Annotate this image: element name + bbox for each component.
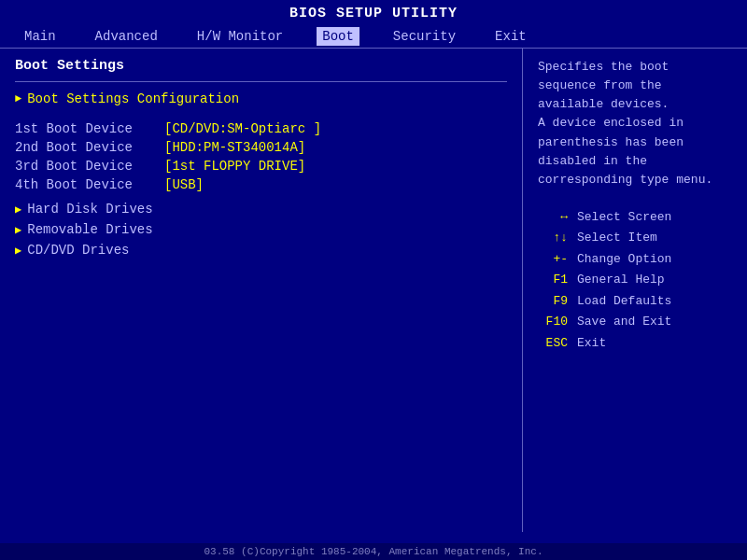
menu-item-advanced[interactable]: Advanced bbox=[90, 27, 163, 46]
boot-device-value: [CD/DVD:SM-Optiarc ] bbox=[164, 119, 507, 138]
key-description: Exit bbox=[577, 334, 606, 353]
key-help-row: +-Change Option bbox=[538, 250, 732, 269]
key-help-row: F9Load Defaults bbox=[538, 292, 732, 311]
arrow-icon: ▶ bbox=[15, 244, 21, 258]
menu-item-exit[interactable]: Exit bbox=[489, 27, 532, 46]
menu-item-h/w-monitor[interactable]: H/W Monitor bbox=[191, 27, 289, 46]
key-help-row: ESCExit bbox=[538, 334, 732, 353]
boot-device-label: 1st Boot Device bbox=[15, 119, 164, 138]
key-help-row: ↔Select Screen bbox=[538, 208, 732, 227]
main-content: Boot Settings ► Boot Settings Configurat… bbox=[0, 49, 747, 532]
key-description: Change Option bbox=[577, 250, 671, 269]
footer-text: 03.58 (C)Copyright 1985-2004, American M… bbox=[204, 546, 543, 557]
key-symbol: +- bbox=[538, 250, 577, 269]
key-symbol: ↑↓ bbox=[538, 229, 577, 247]
boot-device-table: 1st Boot Device[CD/DVD:SM-Optiarc ]2nd B… bbox=[15, 119, 507, 194]
submenu-item[interactable]: ▶Hard Disk Drives bbox=[15, 200, 507, 218]
key-help-row: F1General Help bbox=[538, 271, 732, 289]
key-symbol: F9 bbox=[538, 292, 577, 311]
help-line: Specifies the boot sequence from the ava… bbox=[538, 60, 669, 111]
key-help-row: F10Save and Exit bbox=[538, 313, 732, 331]
key-description: Select Screen bbox=[577, 208, 671, 227]
boot-device-label: 2nd Boot Device bbox=[15, 138, 164, 157]
key-help-row: ↑↓Select Item bbox=[538, 229, 732, 247]
divider bbox=[15, 81, 507, 82]
key-help-section: ↔Select Screen↑↓Select Item+-Change Opti… bbox=[538, 208, 732, 353]
arrow-icon: ► bbox=[15, 92, 21, 105]
menu-item-security[interactable]: Security bbox=[388, 27, 461, 46]
menu-item-main[interactable]: Main bbox=[19, 27, 62, 46]
key-symbol: ↔ bbox=[538, 208, 577, 227]
key-symbol: F10 bbox=[538, 313, 577, 331]
subsection-label: Boot Settings Configuration bbox=[27, 91, 239, 106]
key-description: Save and Exit bbox=[577, 313, 671, 331]
subsection-link[interactable]: ► Boot Settings Configuration bbox=[15, 91, 507, 106]
menu-item-boot[interactable]: Boot bbox=[317, 27, 359, 46]
right-panel: Specifies the boot sequence from the ava… bbox=[523, 49, 747, 532]
submenu-label: Hard Disk Drives bbox=[27, 202, 152, 217]
boot-device-value: [HDD:PM-ST340014A] bbox=[164, 138, 507, 157]
left-panel: Boot Settings ► Boot Settings Configurat… bbox=[0, 49, 523, 532]
boot-device-row[interactable]: 4th Boot Device[USB] bbox=[15, 175, 507, 194]
boot-device-label: 3rd Boot Device bbox=[15, 157, 164, 175]
submenu-item[interactable]: ▶Removable Drives bbox=[15, 220, 507, 239]
key-description: Load Defaults bbox=[577, 292, 671, 311]
boot-device-row[interactable]: 1st Boot Device[CD/DVD:SM-Optiarc ] bbox=[15, 119, 507, 138]
menu-bar: MainAdvancedH/W MonitorBootSecurityExit bbox=[0, 25, 747, 49]
boot-device-value: [USB] bbox=[164, 175, 507, 194]
boot-device-value: [1st FLOPPY DRIVE] bbox=[164, 157, 507, 175]
key-symbol: F1 bbox=[538, 271, 577, 289]
submenu-item[interactable]: ▶CD/DVD Drives bbox=[15, 241, 507, 259]
submenu-label: CD/DVD Drives bbox=[27, 243, 129, 258]
app-title: BIOS SETUP UTILITY bbox=[289, 6, 458, 21]
title-bar: BIOS SETUP UTILITY bbox=[0, 0, 747, 25]
boot-device-row[interactable]: 2nd Boot Device[HDD:PM-ST340014A] bbox=[15, 138, 507, 157]
boot-device-row[interactable]: 3rd Boot Device[1st FLOPPY DRIVE] bbox=[15, 157, 507, 175]
arrow-icon: ▶ bbox=[15, 203, 21, 217]
footer: 03.58 (C)Copyright 1985-2004, American M… bbox=[0, 543, 747, 560]
submenu-label: Removable Drives bbox=[27, 222, 152, 237]
help-text: Specifies the boot sequence from the ava… bbox=[538, 58, 732, 189]
section-title: Boot Settings bbox=[15, 58, 507, 74]
submenu-list: ▶Hard Disk Drives▶Removable Drives▶CD/DV… bbox=[15, 200, 507, 259]
key-description: General Help bbox=[577, 271, 665, 289]
key-description: Select Item bbox=[577, 229, 657, 247]
boot-device-label: 4th Boot Device bbox=[15, 175, 164, 194]
arrow-icon: ▶ bbox=[15, 223, 21, 237]
key-symbol: ESC bbox=[538, 334, 577, 353]
help-line: A device enclosed in parenthesis has bee… bbox=[538, 116, 712, 186]
